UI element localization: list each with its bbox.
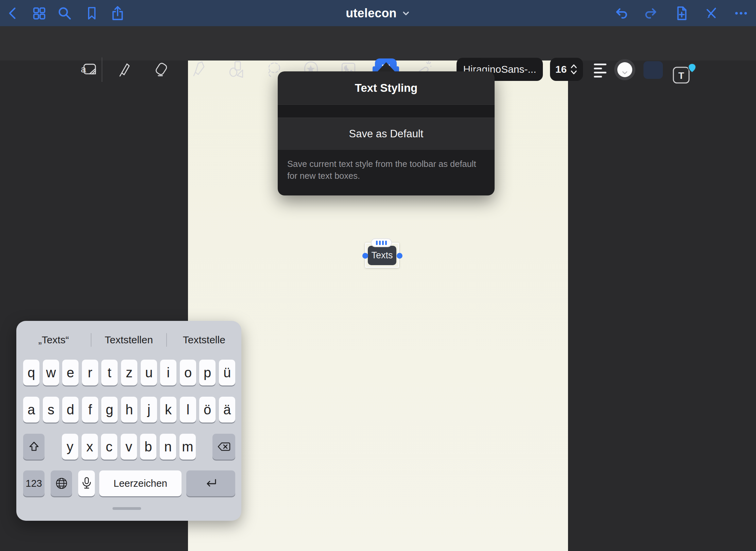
shapes-tool[interactable] (226, 59, 246, 80)
text-styling-popup: Text Styling Save as Default Save curren… (278, 71, 495, 195)
search-icon (57, 5, 72, 21)
return-key[interactable] (186, 470, 235, 496)
highlighter-icon (189, 59, 209, 80)
key-s[interactable]: s (43, 397, 59, 423)
font-size-stepper[interactable]: 16 (550, 58, 583, 81)
popup-description: Save current text style from the toolbar… (278, 150, 495, 195)
key-ae[interactable]: ä (219, 397, 235, 423)
numbers-key[interactable]: 123 (23, 470, 45, 496)
zoom-window-icon: a (79, 59, 99, 80)
key-x[interactable]: x (82, 434, 98, 460)
document-title[interactable]: utelecon (346, 6, 410, 20)
highlighter-tool[interactable] (189, 59, 209, 80)
key-t[interactable]: t (101, 360, 118, 385)
key-d[interactable]: d (62, 397, 79, 423)
key-m[interactable]: m (179, 434, 196, 460)
zoom-window-tool[interactable]: a (79, 59, 99, 80)
key-z[interactable]: z (121, 360, 137, 385)
key-p[interactable]: p (199, 360, 216, 385)
pen-mode-toggle-button[interactable] (703, 5, 719, 21)
document-title-text: utelecon (346, 6, 397, 20)
font-size-value: 16 (555, 64, 567, 75)
key-g[interactable]: g (101, 397, 118, 423)
key-f[interactable]: f (82, 397, 98, 423)
secondary-color-swatch[interactable] (643, 61, 663, 79)
undo-button[interactable] (614, 5, 629, 21)
textbox-resize-handle-left[interactable] (362, 253, 368, 259)
more-button[interactable] (733, 5, 749, 21)
globe-icon (55, 477, 68, 490)
text-color-swatch (617, 62, 632, 77)
key-w[interactable]: w (43, 360, 59, 385)
suggestion-2[interactable]: Textstellen (91, 334, 166, 346)
key-v[interactable]: v (121, 434, 137, 460)
keyboard-drag-handle[interactable] (113, 507, 141, 510)
app-root: utelecon (0, 0, 756, 551)
pen-tool[interactable] (114, 59, 134, 80)
key-c[interactable]: c (101, 434, 117, 460)
back-button[interactable] (5, 6, 20, 21)
ellipsis-icon (733, 5, 749, 21)
key-ue[interactable]: ü (219, 360, 235, 385)
redo-button[interactable] (643, 5, 659, 21)
key-h[interactable]: h (121, 397, 137, 423)
save-as-default-button[interactable]: Save as Default (278, 118, 495, 150)
space-key[interactable]: Leerzeichen (99, 470, 182, 496)
key-k[interactable]: k (160, 397, 176, 423)
text-color-well[interactable] (614, 59, 635, 80)
textbox-label: Texts (371, 250, 393, 261)
svg-text:a: a (81, 64, 86, 74)
add-page-icon (674, 5, 689, 21)
shift-icon (28, 441, 40, 452)
suggestion-1[interactable]: „Texts“ (16, 334, 91, 346)
key-l[interactable]: l (180, 397, 196, 423)
suggestion-3[interactable]: Textstelle (167, 334, 241, 346)
tool-bar: a (0, 26, 756, 61)
bookmark-button[interactable] (84, 6, 99, 21)
text-align-button[interactable] (594, 64, 607, 78)
key-a[interactable]: a (23, 397, 39, 423)
return-icon (205, 478, 217, 488)
key-e[interactable]: e (62, 360, 79, 385)
key-oe[interactable]: ö (199, 397, 216, 423)
key-q[interactable]: q (23, 360, 39, 385)
backspace-icon (217, 442, 231, 452)
toolbar-divider (102, 57, 102, 82)
share-icon (110, 5, 125, 21)
grid-icon (31, 5, 47, 21)
svg-text:T: T (678, 70, 684, 81)
textbox-resize-handle-right[interactable] (397, 253, 402, 259)
search-button[interactable] (57, 5, 72, 21)
text-styling-panel-button[interactable]: T (672, 63, 688, 78)
shapes-icon (226, 59, 246, 80)
key-j[interactable]: j (141, 397, 157, 423)
backspace-key[interactable] (212, 434, 235, 460)
popup-arrow (377, 62, 395, 72)
share-button[interactable] (110, 5, 125, 21)
suggestion-bar: „Texts“ Textstellen Textstelle (16, 326, 241, 354)
thumbnails-button[interactable] (31, 5, 47, 21)
stepper-chevrons-icon (570, 63, 578, 75)
shift-key[interactable] (23, 434, 45, 460)
eraser-icon (151, 59, 172, 80)
back-chevron-icon (5, 6, 20, 21)
pen-icon (114, 59, 134, 80)
nav-bar: utelecon (0, 0, 756, 26)
key-b[interactable]: b (140, 434, 156, 460)
textbox[interactable]: Texts (368, 246, 396, 265)
key-u[interactable]: u (141, 360, 157, 385)
add-page-button[interactable] (674, 5, 689, 21)
color-chevron-icon (622, 71, 628, 74)
key-r[interactable]: r (82, 360, 98, 385)
key-y[interactable]: y (62, 434, 78, 460)
eraser-tool[interactable] (151, 59, 172, 80)
key-n[interactable]: n (160, 434, 176, 460)
key-o[interactable]: o (180, 360, 196, 385)
dictation-key[interactable] (78, 470, 95, 496)
text-style-heart-icon: T (672, 63, 698, 85)
bookmark-icon (84, 6, 99, 21)
globe-key[interactable] (51, 470, 72, 496)
floating-keyboard: „Texts“ Textstellen Textstelle q w e r t… (16, 321, 241, 521)
textbox-drag-handle[interactable] (371, 238, 392, 247)
key-i[interactable]: i (160, 360, 176, 385)
